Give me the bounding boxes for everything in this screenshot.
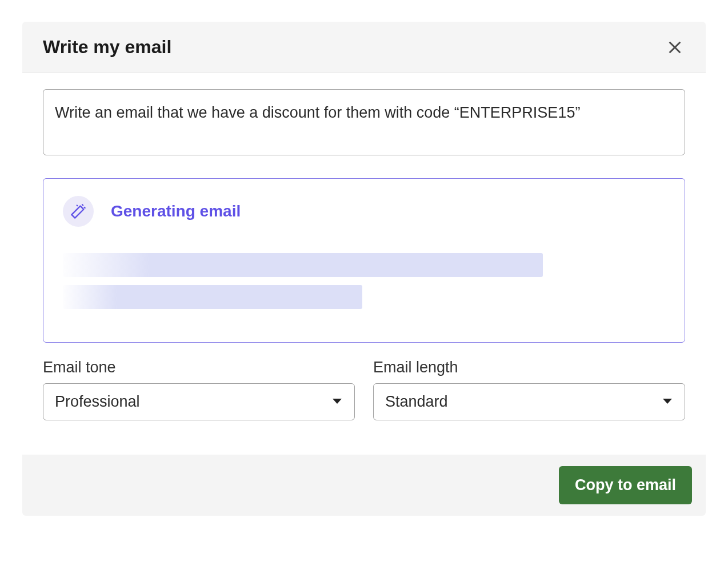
controls-row: Email tone Professional Email length Sta… bbox=[43, 359, 685, 420]
email-tone-group: Email tone Professional bbox=[43, 359, 355, 420]
generation-header: Generating email bbox=[63, 196, 665, 227]
email-tone-value: Professional bbox=[55, 393, 140, 410]
modal-body: Write an email that we have a discount f… bbox=[22, 73, 706, 455]
magic-wand-icon bbox=[63, 196, 94, 227]
copy-to-email-button[interactable]: Copy to email bbox=[559, 466, 692, 504]
generation-status-label: Generating email bbox=[111, 202, 241, 220]
prompt-input[interactable]: Write an email that we have a discount f… bbox=[43, 89, 685, 155]
email-length-label: Email length bbox=[373, 359, 685, 376]
generation-panel: Generating email bbox=[43, 178, 685, 343]
modal-title: Write my email bbox=[43, 37, 171, 58]
modal-footer: Copy to email bbox=[22, 455, 706, 516]
close-icon bbox=[667, 39, 683, 55]
email-tone-label: Email tone bbox=[43, 359, 355, 376]
modal-header: Write my email bbox=[22, 22, 706, 73]
skeleton-line bbox=[63, 285, 362, 309]
close-button[interactable] bbox=[665, 37, 685, 58]
skeleton-line bbox=[63, 253, 543, 277]
email-length-select[interactable]: Standard bbox=[373, 383, 685, 420]
write-email-modal: Write my email Write an email that we ha… bbox=[22, 22, 706, 516]
email-tone-select[interactable]: Professional bbox=[43, 383, 355, 420]
email-length-value: Standard bbox=[385, 393, 448, 410]
email-length-group: Email length Standard bbox=[373, 359, 685, 420]
